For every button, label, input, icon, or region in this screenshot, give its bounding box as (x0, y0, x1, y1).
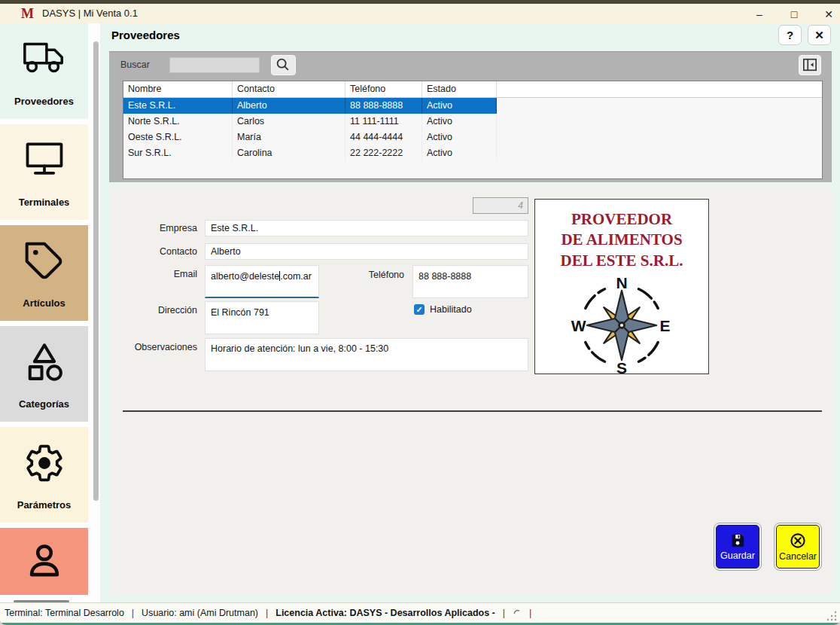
svg-text:W: W (571, 317, 586, 334)
sidebar-item-label: Terminales (0, 197, 88, 208)
table-cell-estado: Activo (422, 114, 497, 130)
page-title: Proveedores (111, 29, 180, 41)
sync-icon (513, 608, 522, 617)
observaciones-label: Observaciones (109, 342, 197, 352)
supplier-form: 4 Empresa Este S.R.L. Contacto Alberto E… (109, 187, 832, 595)
table-cell-telefono: 44 444-4444 (345, 130, 422, 145)
table-row[interactable]: Norte S.R.L.Carlos11 111-1111Activo (123, 114, 822, 130)
minimize-button[interactable]: – (748, 7, 771, 22)
table-row[interactable]: Este S.R.L.Alberto88 888-8888Activo (123, 98, 822, 114)
sidebar-item-categorias[interactable]: Categorías (0, 326, 88, 422)
status-usuario: Usuario: ami (Ami Drutman) (142, 608, 258, 618)
maximize-button[interactable]: □ (783, 7, 805, 22)
table-cell-telefono: 11 111-1111 (345, 114, 422, 130)
email-label: Email (109, 269, 197, 279)
svg-text:N: N (616, 274, 627, 291)
app-logo-icon: M (21, 6, 34, 22)
habilitado-checkbox-row[interactable]: ✓ Habilitado (414, 304, 472, 315)
table-header: Nombre Contacto Teléfono Estado (123, 81, 822, 98)
form-divider (123, 410, 822, 412)
truck-icon (21, 38, 68, 78)
supplier-logo-image: PROVEEDOR DE ALIMENTOS DEL ESTE S.R.L. (534, 199, 709, 374)
sidebar-item-usuario[interactable] (0, 528, 88, 595)
save-icon (729, 532, 746, 549)
compass-icon: N E S W (565, 273, 679, 378)
contacto-label: Contacto (109, 246, 197, 257)
table-cell-estado: Activo (422, 98, 497, 114)
table-cell-contacto: María (233, 130, 345, 145)
table-cell-contacto: Carlos (233, 114, 345, 130)
collapse-panel-button[interactable] (799, 55, 821, 75)
search-icon (275, 56, 291, 73)
person-icon (23, 539, 66, 583)
app-title: DASYS | Mi Venta 0.1 (42, 8, 138, 19)
contacto-field[interactable]: Alberto (205, 243, 528, 260)
cancel-button[interactable]: Cancelar (774, 523, 822, 571)
status-separator: | (529, 608, 531, 618)
column-header-contacto[interactable]: Contacto (233, 81, 345, 97)
help-button[interactable]: ? (778, 25, 802, 45)
telefono-field[interactable]: 88 888-8888 (412, 265, 528, 298)
table-cell-nombre: Oeste S.R.L. (123, 130, 233, 145)
sidebar-item-label: Proveedores (0, 96, 88, 107)
search-input[interactable] (169, 57, 260, 73)
sidebar-item-terminales[interactable]: Terminales (0, 124, 88, 220)
cancel-icon (789, 532, 807, 550)
window-close-button[interactable]: ✕ (817, 7, 840, 22)
search-button[interactable] (271, 55, 296, 75)
supplier-logo-text: PROVEEDOR DE ALIMENTOS DEL ESTE S.R.L. (535, 209, 708, 271)
column-header-telefono[interactable]: Teléfono (345, 81, 422, 97)
monitor-icon (22, 139, 67, 178)
table-body: Este S.R.L.Alberto88 888-8888ActivoNorte… (123, 98, 822, 161)
titlebar: M DASYS | Mi Venta 0.1 – □ ✕ (0, 4, 840, 23)
status-licencia: Licencia Activa: DASYS - Desarrollos Apl… (275, 608, 495, 618)
table-cell-contacto: Alberto (233, 98, 345, 114)
table-row[interactable]: Oeste S.R.L.María44 444-4444Activo (123, 130, 822, 145)
search-label: Buscar (120, 59, 150, 70)
record-id-field: 4 (473, 197, 528, 214)
column-header-estado[interactable]: Estado (422, 81, 497, 97)
sidebar-item-label: Artículos (0, 297, 88, 309)
table-cell-telefono: 88 888-8888 (345, 98, 422, 114)
proveedores-panel: Proveedores ? ✕ Buscar Nombre (100, 23, 840, 602)
suppliers-table: Nombre Contacto Teléfono Estado Este S.R… (123, 81, 823, 179)
table-cell-nombre: Sur S.R.L. (123, 145, 233, 161)
sidebar-item-label: Parámetros (0, 499, 88, 511)
telefono-label: Teléfono (316, 270, 404, 280)
sidebar-item-articulos[interactable]: Artículos (0, 225, 88, 321)
save-button-label: Guardar (720, 550, 755, 561)
status-separator: | (132, 608, 134, 618)
svg-text:E: E (659, 317, 670, 334)
svg-text:S: S (616, 359, 627, 377)
table-cell-estado: Activo (422, 130, 497, 145)
habilitado-label: Habilitado (430, 304, 472, 315)
direccion-field[interactable]: El Rincón 791 (205, 301, 319, 334)
table-cell-contacto: Carolina (233, 145, 345, 161)
panel-close-button[interactable]: ✕ (808, 25, 831, 45)
statusbar: Terminal: Terminal Desarrolo | Usuario: … (0, 602, 840, 625)
status-terminal: Terminal: Terminal Desarrolo (5, 608, 124, 618)
table-row[interactable]: Sur S.R.L.Carolina22 222-2222Activo (123, 145, 822, 161)
save-button[interactable]: Guardar (714, 523, 762, 571)
table-container: Nombre Contacto Teléfono Estado Este S.R… (109, 78, 832, 182)
table-cell-telefono: 22 222-2222 (345, 145, 422, 161)
sidebar-item-parametros[interactable]: Parámetros (0, 427, 88, 523)
observaciones-field[interactable]: Horario de atención: lun a vie, 8:00 - 1… (205, 338, 528, 371)
cancel-button-label: Cancelar (779, 551, 817, 562)
gear-icon (23, 442, 65, 484)
habilitado-checkbox[interactable]: ✓ (414, 304, 425, 315)
empresa-field[interactable]: Este S.R.L. (205, 220, 528, 236)
sidebar-scrollbar-track[interactable] (88, 23, 100, 602)
column-header-nombre[interactable]: Nombre (123, 81, 233, 97)
tag-icon (23, 240, 65, 282)
sidebar-scrollbar-thumb[interactable] (93, 41, 99, 501)
app-window: M DASYS | Mi Venta 0.1 – □ ✕ Proveedores… (0, 0, 840, 625)
table-cell-estado: Activo (422, 145, 497, 161)
email-text: .com.ar (280, 271, 312, 282)
sidebar-item-proveedores[interactable]: Proveedores (0, 23, 88, 119)
email-field[interactable]: alberto@deleste.com.ar (205, 265, 319, 298)
search-toolbar: Buscar (109, 51, 832, 78)
resize-grip[interactable] (826, 611, 837, 621)
sidebar: Proveedores Terminales Artículos Categor… (0, 23, 88, 602)
shapes-icon (23, 341, 66, 383)
